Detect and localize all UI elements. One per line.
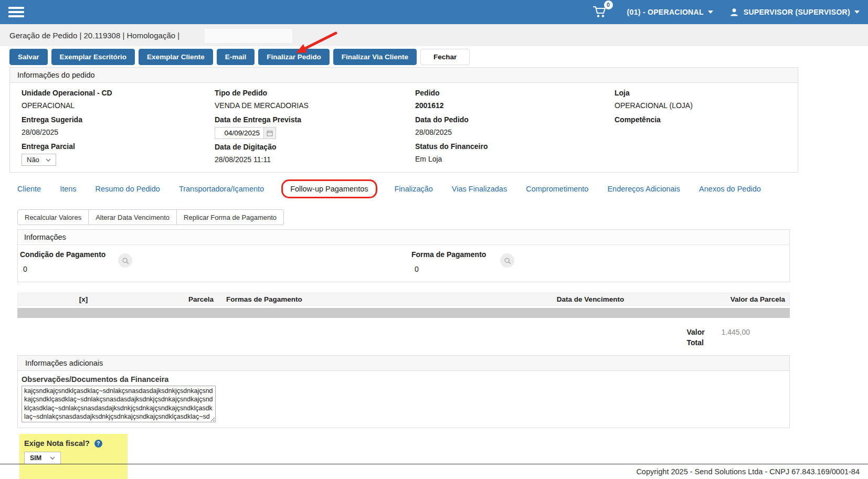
search-icon <box>503 257 512 265</box>
payment-info-title: Informações <box>18 230 789 245</box>
totals-row: Valor Total 1.445,00 <box>17 318 790 348</box>
empty-table-row <box>17 308 790 318</box>
exige-nota-fiscal-label: Exige Nota fiscal? <box>24 439 90 448</box>
operational-unit-dropdown[interactable]: (01) - OPERACIONAL <box>627 8 713 16</box>
entrega-sugerida-value: 28/08/2025 <box>22 126 215 139</box>
search-icon <box>121 257 130 265</box>
menu-icon[interactable] <box>8 5 24 19</box>
data-digitacao-value: 28/08/2025 11:11 <box>215 154 415 166</box>
tab-enderecos-adicionais[interactable]: Endereços Adicionais <box>607 185 680 193</box>
cart-icon[interactable]: 0 <box>592 5 607 20</box>
order-info-panel: Informações do pedido Unidade Operaciona… <box>9 67 798 173</box>
payment-info-panel: Informações Condição de Pagamento 0 Form… <box>17 229 790 282</box>
exige-nota-fiscal-value: SIM <box>30 454 41 462</box>
chevron-down-icon <box>50 456 55 460</box>
user-menu-label: SUPERVISOR (SUPERVISOR) <box>744 8 850 16</box>
column-header-formas-pagamento: Formas de Pagamento <box>214 295 501 303</box>
alterar-data-vencimento-button[interactable]: Alterar Data Vencimento <box>88 209 177 225</box>
entrega-sugerida-label: Entrega Sugerida <box>22 114 215 125</box>
user-menu-dropdown[interactable]: SUPERVISOR (SUPERVISOR) <box>729 7 860 17</box>
status-financeiro-value: Em Loja <box>415 153 615 165</box>
operational-unit-label: (01) - OPERACIONAL <box>627 8 704 16</box>
column-header-data-vencimento: Data de Vencimento <box>501 295 680 303</box>
tab-bar: Cliente Itens Resumo do Pedido Transport… <box>17 179 790 199</box>
salvar-button[interactable]: Salvar <box>9 49 48 65</box>
status-financeiro-label: Status do Financeiro <box>415 141 615 152</box>
entrega-parcial-value: Não <box>27 156 39 164</box>
observacoes-financeira-textarea[interactable]: kajçsndkajçsndklçasdklaç~sdnlakçsnasdasd… <box>22 386 216 422</box>
data-pedido-label: Data do Pedido <box>415 114 615 125</box>
followup-toolbar: Recalcular Valores Alterar Data Vencimen… <box>17 209 284 225</box>
email-button[interactable]: E-mail <box>217 49 255 65</box>
entrega-prevista-input[interactable] <box>215 127 263 139</box>
order-info-title: Informações do pedido <box>10 68 798 83</box>
exemplar-cliente-button[interactable]: Exemplar Cliente <box>139 49 213 65</box>
competencia-label: Competência <box>615 114 798 125</box>
forma-pagamento-label: Forma de Pagamento <box>411 250 486 259</box>
pedido-number: 2001612 <box>415 100 615 112</box>
column-header-checkbox: [x] <box>18 295 149 303</box>
redacted-customer-name <box>205 29 292 43</box>
finalizar-via-cliente-button[interactable]: Finalizar Via Cliente <box>333 49 417 65</box>
exige-nota-fiscal-select[interactable]: SIM <box>24 452 61 464</box>
finalizar-pedido-button[interactable]: Finalizar Pedido <box>258 49 330 65</box>
condicao-pagamento-label: Condição de Pagamento <box>20 250 105 259</box>
breadcrumb-text: Geração de Pedido | 20.119308 | Homologa… <box>9 31 179 40</box>
additional-info-panel: Informações adicionais Observações/Docum… <box>17 355 790 428</box>
entrega-parcial-select[interactable]: Não <box>22 154 56 166</box>
entrega-parcial-label: Entrega Parcial <box>22 141 215 152</box>
entrega-prevista-label: Data de Entrega Prevista <box>215 114 415 125</box>
tab-cliente[interactable]: Cliente <box>17 185 41 193</box>
condicao-pagamento-search-button[interactable] <box>118 253 132 268</box>
valor-total-value: 1.445,00 <box>722 327 750 337</box>
user-icon <box>729 7 739 17</box>
column-header-valor-parcela: Valor da Parcela <box>680 295 789 303</box>
valor-total-label: Valor Total <box>687 327 709 348</box>
tab-itens[interactable]: Itens <box>60 185 76 193</box>
condicao-pagamento-value: 0 <box>23 265 27 273</box>
tab-follow-up-pagamentos[interactable]: Follow-up Pagamentos <box>283 180 375 198</box>
forma-pagamento-search-button[interactable] <box>500 253 514 268</box>
tab-resumo-do-pedido[interactable]: Resumo do Pedido <box>96 185 160 193</box>
exemplar-escritorio-button[interactable]: Exemplar Escritório <box>51 49 135 65</box>
entrega-prevista-field <box>215 127 276 139</box>
help-icon[interactable]: ? <box>94 440 102 448</box>
pedido-label: Pedido <box>415 88 615 99</box>
breadcrumb: Geração de Pedido | 20.119308 | Homologa… <box>0 24 868 46</box>
tipo-pedido-label: Tipo de Pedido <box>215 88 415 99</box>
loja-label: Loja <box>615 88 798 99</box>
unidade-operacional-value: OPERACIONAL <box>22 100 215 112</box>
tab-finalizacao[interactable]: Finalização <box>395 185 433 193</box>
data-pedido-value: 28/08/2025 <box>415 126 615 139</box>
action-button-row: Salvar Exemplar Escritório Exemplar Clie… <box>9 49 868 65</box>
fechar-button[interactable]: Fechar <box>420 49 470 65</box>
loja-value: OPERACIONAL (LOJA) <box>615 100 798 112</box>
additional-info-title: Informações adicionais <box>18 356 789 371</box>
forma-pagamento-value: 0 <box>415 265 419 273</box>
tab-comprometimento[interactable]: Comprometimento <box>526 185 588 193</box>
installments-table: [x] Parcela Formas de Pagamento Data de … <box>17 293 790 318</box>
column-header-parcela: Parcela <box>149 295 214 303</box>
chevron-down-icon <box>708 10 713 14</box>
calendar-icon[interactable] <box>263 127 276 139</box>
tipo-pedido-value: VENDA DE MERCADORIAS <box>215 100 415 112</box>
tab-vias-finalizadas[interactable]: Vias Finalizadas <box>452 185 507 193</box>
chevron-down-icon <box>854 10 860 14</box>
data-digitacao-label: Data de Digitação <box>215 142 415 153</box>
tab-transportadora-icamento[interactable]: Transportadora/Içamento <box>179 185 264 193</box>
footer: Copyright 2025 - Send Solutions Ltda - C… <box>0 464 868 476</box>
topbar: 0 (01) - OPERACIONAL SUPERVISOR (SUPERVI… <box>0 0 868 24</box>
copyright-text: Copyright 2025 - Send Solutions Ltda - C… <box>636 467 860 476</box>
observacoes-financeira-label: Observações/Documentos da Financeira <box>22 375 783 384</box>
unidade-operacional-label: Unidade Operacional - CD <box>22 88 215 99</box>
chevron-down-icon <box>46 158 51 162</box>
replicar-forma-pagamento-button[interactable]: Replicar Forma de Pagamento <box>176 209 284 225</box>
cart-count-badge: 0 <box>604 1 613 9</box>
tab-anexos-do-pedido[interactable]: Anexos do Pedido <box>699 185 761 193</box>
recalcular-valores-button[interactable]: Recalcular Valores <box>17 209 89 225</box>
